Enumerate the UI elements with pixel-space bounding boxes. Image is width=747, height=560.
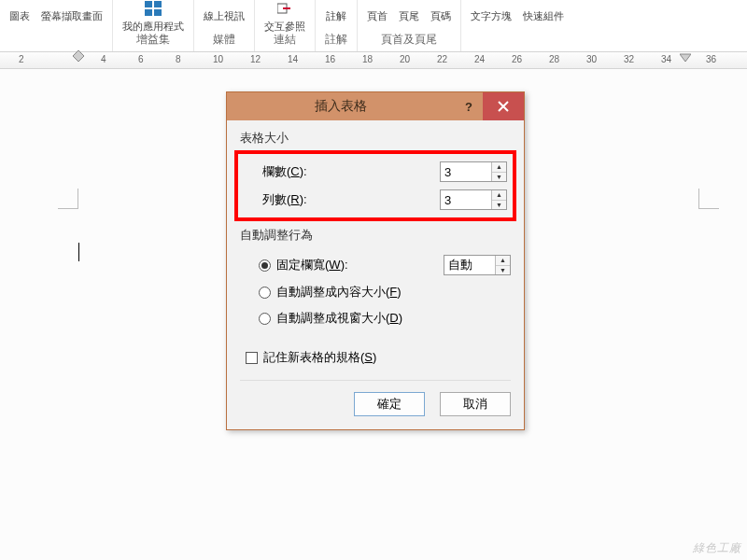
page-corner-left [58, 189, 78, 209]
ribbon-group-text: 文字方塊 快速組件 [461, 0, 573, 51]
ribbon-btn-quickparts[interactable]: 快速組件 [523, 9, 564, 23]
horizontal-ruler[interactable]: 2 4 6 8 10 12 14 16 18 20 22 24 26 28 30… [0, 52, 747, 69]
radio-fit-content[interactable] [259, 287, 271, 299]
columns-spinner[interactable]: ▲ ▼ [440, 161, 507, 182]
ruler-tick: 18 [362, 54, 373, 64]
ribbon-btn-footer[interactable]: 頁尾 [399, 9, 419, 23]
ribbon-btn-textbox[interactable]: 文字方塊 [471, 9, 512, 23]
ribbon-group-illustrations: 圖表 螢幕擷取畫面 [0, 0, 113, 51]
ruler-tick: 12 [250, 54, 261, 64]
page-corner-right [698, 189, 719, 209]
ruler-tick: 20 [400, 54, 410, 64]
ruler-tick: 2 [19, 54, 24, 64]
dialog-title: 插入表格 [227, 98, 455, 115]
ribbon: 圖表 螢幕擷取畫面 我的應用程式 增益集 線上視訊 媒體 交互參照 連結 註解 … [0, 0, 747, 52]
ribbon-group-label: 增益集 [136, 32, 170, 51]
ruler-tick: 8 [176, 54, 181, 64]
radio-fit-content-label: 自動調整成內容大小(F) [276, 284, 402, 301]
ribbon-btn-screenshot[interactable]: 螢幕擷取畫面 [41, 9, 103, 23]
ribbon-group-label: 媒體 [213, 32, 235, 51]
columns-label: 欄數(C): [244, 163, 440, 180]
ruler-tick: 22 [437, 54, 447, 64]
ruler-tick: 26 [512, 54, 522, 64]
fixed-width-spin-down[interactable]: ▼ [496, 266, 510, 275]
columns-spin-up[interactable]: ▲ [492, 162, 506, 173]
svg-rect-2 [145, 9, 152, 16]
columns-input[interactable] [441, 162, 491, 181]
ruler-tick: 30 [586, 54, 597, 64]
ribbon-btn-header[interactable]: 頁首 [367, 9, 388, 23]
ruler-tick: 34 [661, 54, 671, 64]
ruler-tick: 14 [288, 54, 298, 64]
section-table-size: 表格大小 [240, 130, 511, 147]
ribbon-btn-myapps[interactable]: 我的應用程式 [122, 0, 184, 34]
checkbox-remember[interactable] [246, 352, 258, 364]
right-indent-marker[interactable] [680, 50, 691, 65]
checkbox-remember-label: 記住新表格的規格(S) [263, 349, 376, 366]
insert-table-dialog: 插入表格 ? 表格大小 欄數(C): ▲ ▼ [226, 91, 525, 430]
ribbon-btn-pagenum[interactable]: 頁碼 [430, 9, 451, 23]
ruler-tick: 36 [706, 54, 716, 64]
ribbon-btn-chart[interactable]: 圖表 [9, 9, 30, 23]
fixed-width-spin-up[interactable]: ▲ [496, 256, 510, 266]
rows-label: 列數(R): [244, 191, 440, 208]
ribbon-btn-online-video[interactable]: 線上視訊 [204, 9, 245, 23]
ribbon-group-label: 頁首及頁尾 [381, 32, 437, 51]
dialog-help-button[interactable]: ? [455, 100, 483, 114]
fixed-width-spinner[interactable]: ▲ ▼ [444, 255, 511, 275]
ribbon-group-headerfooter: 頁首 頁尾 頁碼 頁首及頁尾 [358, 0, 461, 51]
ruler-tick: 24 [474, 54, 485, 64]
ribbon-group-links: 交互參照 連結 [255, 0, 316, 51]
ruler-tick: 28 [549, 54, 559, 64]
first-line-indent-marker[interactable] [73, 50, 84, 65]
ribbon-group-addins: 我的應用程式 增益集 [113, 0, 194, 51]
apps-icon [142, 0, 164, 18]
fixed-width-input[interactable] [444, 256, 495, 274]
ribbon-btn-crossref[interactable]: 交互參照 [264, 0, 305, 34]
ribbon-btn-comment[interactable]: 註解 [326, 9, 346, 23]
svg-marker-6 [680, 54, 691, 62]
radio-fixed-width-label: 固定欄寬(W): [276, 257, 348, 273]
section-autofit: 自動調整行為 [240, 227, 511, 244]
ribbon-group-label: 連結 [274, 32, 296, 51]
ribbon-group-media: 線上視訊 媒體 [194, 0, 255, 51]
radio-fit-window-label: 自動調整成視窗大小(D) [276, 310, 402, 327]
dialog-titlebar[interactable]: 插入表格 ? [227, 92, 524, 120]
rows-input[interactable] [441, 190, 491, 209]
rows-spinner[interactable]: ▲ ▼ [440, 189, 507, 210]
dialog-close-button[interactable] [483, 92, 524, 120]
rows-spin-up[interactable]: ▲ [492, 190, 506, 201]
rows-spin-down[interactable]: ▼ [492, 201, 506, 210]
cancel-button[interactable]: 取消 [440, 392, 511, 416]
ribbon-group-label: 註解 [325, 32, 347, 51]
svg-rect-0 [145, 1, 152, 7]
radio-fixed-width[interactable] [259, 259, 271, 272]
text-cursor [78, 243, 79, 261]
ruler-tick: 6 [138, 54, 144, 64]
ruler-tick: 32 [624, 54, 634, 64]
crossref-icon [274, 0, 296, 18]
ribbon-group-comments: 註解 註解 [316, 0, 358, 51]
close-icon [498, 101, 509, 112]
watermark: 綠色工廠 [693, 540, 741, 556]
svg-rect-1 [154, 1, 162, 7]
radio-fit-window[interactable] [259, 313, 271, 325]
ok-button[interactable]: 確定 [354, 392, 425, 416]
ruler-tick: 4 [101, 54, 106, 64]
highlight-box: 欄數(C): ▲ ▼ 列數(R): [234, 150, 516, 221]
svg-rect-3 [154, 9, 162, 16]
ruler-tick: 16 [325, 54, 335, 64]
columns-spin-down[interactable]: ▼ [492, 173, 506, 182]
svg-marker-5 [73, 50, 84, 62]
ruler-tick: 10 [213, 54, 223, 64]
